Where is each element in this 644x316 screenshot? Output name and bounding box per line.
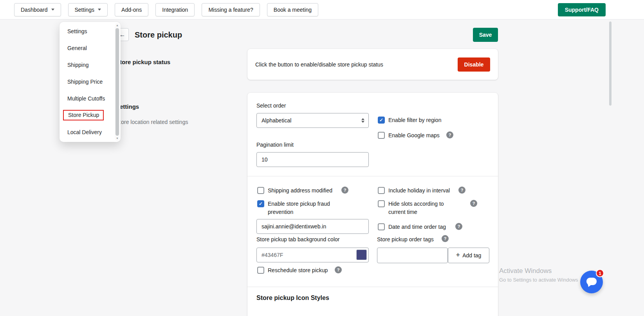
menu-item-shipping-price[interactable]: Shipping Price <box>60 73 121 90</box>
help-icon[interactable] <box>341 187 348 194</box>
help-icon[interactable] <box>442 235 449 242</box>
menu-scrollbar-thumb[interactable] <box>115 28 119 136</box>
plus-icon <box>456 252 460 259</box>
add-tag-label: Add tag <box>462 252 481 259</box>
checkbox-label: Include holiday in interval <box>388 187 450 195</box>
fraud-prevention-email-input[interactable] <box>256 219 369 234</box>
menu-item-multiple-cutoffs[interactable]: Multiple Cutoffs <box>60 90 121 107</box>
checkbox-row-reschedule[interactable]: Reschedule store pickup <box>257 266 328 275</box>
help-icon[interactable] <box>335 266 342 273</box>
menu-item-general[interactable]: General <box>60 40 121 56</box>
menu-item-label: Shipping Price <box>67 79 103 85</box>
nav-addons-button[interactable]: Add-ons <box>115 3 148 16</box>
page-scrollbar-thumb[interactable] <box>609 22 612 106</box>
menu-item-label: Settings <box>67 28 87 34</box>
checkbox-row-fraud-prevention[interactable]: Enable store pickup fraud prevention <box>257 200 341 216</box>
top-navigation-bar: Dashboard Settings Add-ons Integration M… <box>0 0 644 20</box>
help-icon[interactable] <box>470 200 477 207</box>
checkbox-row-enable-google-maps[interactable]: Enable Google maps <box>378 131 440 140</box>
checkbox-row-include-holiday[interactable]: Include holiday in interval <box>378 187 450 195</box>
nav-dashboard-button[interactable]: Dashboard <box>14 3 61 16</box>
checkbox[interactable] <box>257 200 264 207</box>
support-faq-button[interactable]: Support/FAQ <box>558 3 606 16</box>
nav-dashboard-label: Dashboard <box>21 7 48 13</box>
checkbox[interactable] <box>378 200 385 207</box>
chat-widget-button[interactable]: 1 <box>580 271 603 293</box>
select-order-dropdown[interactable]: Alphabetical <box>256 113 369 128</box>
tab-background-color-input[interactable] <box>256 248 369 262</box>
nav-integration-button[interactable]: Integration <box>155 3 195 16</box>
color-swatch[interactable] <box>356 250 367 260</box>
menu-item-label: General <box>67 45 87 51</box>
active-item-highlight: Store Pickup <box>63 110 104 120</box>
settings-dropdown-menu: Settings General Shipping Shipping Price… <box>60 22 121 142</box>
checkbox-label: Shipping address modified <box>268 187 332 195</box>
select-order-label: Select order <box>256 102 286 109</box>
checkbox[interactable] <box>257 267 264 274</box>
checkbox-label: Enable Google maps <box>388 131 440 140</box>
activate-windows-watermark: Activate Windows <box>499 267 552 275</box>
pagination-limit-label: Pagination limit <box>256 142 294 148</box>
app-window: Dashboard Settings Add-ons Integration M… <box>0 0 644 316</box>
checkbox-label: Reschedule store pickup <box>268 266 328 275</box>
nav-integration-label: Integration <box>162 7 188 13</box>
checkbox[interactable] <box>378 132 385 139</box>
checkbox[interactable] <box>257 187 264 194</box>
settings-card: Select order Alphabetical Enable filter … <box>247 93 498 316</box>
status-card: Click the button to enable/disable store… <box>247 49 498 80</box>
status-section-heading: Store pickup status <box>116 59 170 65</box>
checkbox-label: Enable store pickup fraud prevention <box>268 200 340 216</box>
order-tags-label: Store pickup order tags <box>377 236 434 242</box>
tab-background-color-label: Store pickup tab background color <box>256 236 339 242</box>
checkbox-row-shipping-address-modified[interactable]: Shipping address modified <box>257 187 332 195</box>
checkbox-label: Date and time order tag <box>388 223 446 231</box>
settings-section-subheading: Store location related settings <box>116 119 188 125</box>
chevron-down-icon <box>98 9 101 11</box>
scroll-down-icon[interactable] <box>115 136 120 140</box>
pagination-limit-input[interactable] <box>256 152 369 167</box>
checkbox-row-hide-slots[interactable]: Hide slots according to current time <box>378 200 458 216</box>
checkbox-label: Hide slots according to current time <box>388 200 455 216</box>
page-title: Store pickup <box>135 31 182 40</box>
add-tag-button[interactable]: Add tag <box>448 248 489 263</box>
sort-arrows-icon <box>361 118 364 123</box>
checkbox[interactable] <box>378 117 385 124</box>
nav-settings-label: Settings <box>75 7 95 13</box>
nav-missing-feature-button[interactable]: Missing a feature? <box>202 3 260 16</box>
nav-settings-button[interactable]: Settings <box>68 3 108 16</box>
menu-item-store-pickup[interactable]: Store Pickup <box>60 107 121 124</box>
nav-book-meeting-button[interactable]: Book a meeting <box>267 3 318 16</box>
menu-item-label: Store Pickup <box>68 112 99 118</box>
disable-button[interactable]: Disable <box>458 57 490 72</box>
checkbox-row-date-time-order-tag[interactable]: Date and time order tag <box>378 223 446 231</box>
order-tag-input[interactable] <box>377 248 448 263</box>
tab-background-color-field <box>256 248 369 262</box>
nav-addons-label: Add-ons <box>121 7 142 13</box>
chevron-down-icon <box>51 9 54 11</box>
menu-scrollbar[interactable] <box>115 23 120 141</box>
checkbox[interactable] <box>378 187 385 194</box>
status-description: Click the button to enable/disable store… <box>255 61 383 68</box>
menu-item-label: Local Delivery <box>67 129 102 135</box>
menu-item-shipping[interactable]: Shipping <box>60 56 121 73</box>
scroll-up-icon[interactable] <box>115 23 120 27</box>
divider <box>247 176 498 176</box>
chat-bubble-icon <box>586 278 597 285</box>
checkbox[interactable] <box>378 223 385 230</box>
help-icon[interactable] <box>446 131 453 138</box>
activate-windows-watermark-sub: Go to Settings to activate Windows <box>499 277 578 283</box>
checkbox-row-enable-filter-by-region[interactable]: Enable filter by region <box>378 116 441 124</box>
help-icon[interactable] <box>458 187 465 194</box>
nav-book-meeting-label: Book a meeting <box>274 7 312 13</box>
icon-styles-heading: Store pickup Icon Styles <box>256 294 329 302</box>
menu-item-settings[interactable]: Settings <box>60 23 121 40</box>
select-order-value: Alphabetical <box>262 117 291 124</box>
save-button[interactable]: Save <box>473 28 498 42</box>
menu-item-label: Multiple Cutoffs <box>67 95 105 102</box>
checkbox-label: Enable filter by region <box>388 116 441 124</box>
menu-item-local-delivery[interactable]: Local Delivery <box>60 124 121 140</box>
divider <box>247 287 498 287</box>
nav-missing-feature-label: Missing a feature? <box>208 7 253 13</box>
help-icon[interactable] <box>455 223 462 230</box>
chat-unread-badge: 1 <box>596 269 604 277</box>
